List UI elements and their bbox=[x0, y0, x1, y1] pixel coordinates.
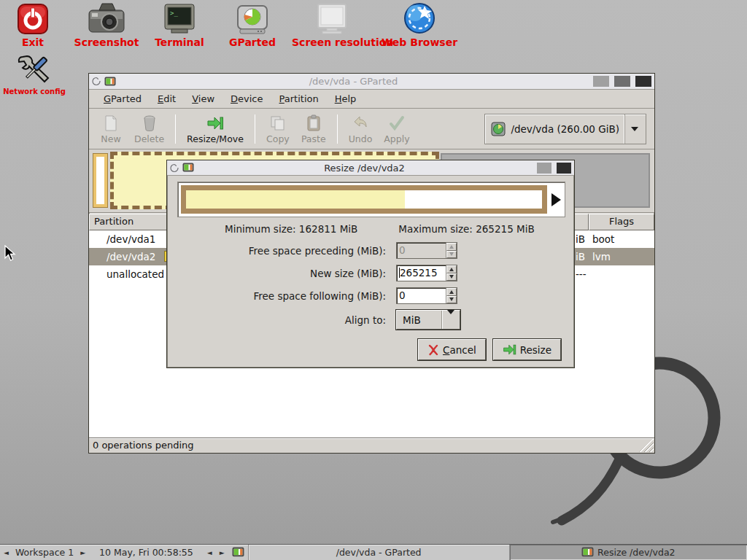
align-to-dropdown[interactable]: MiB bbox=[396, 310, 460, 330]
menu-view[interactable]: View bbox=[185, 91, 222, 106]
desktop-icon-label: Exit bbox=[0, 36, 73, 48]
slider-inner-track bbox=[186, 190, 542, 209]
workspace-next-arrow[interactable]: ► bbox=[77, 549, 89, 556]
slider-partition-bar[interactable] bbox=[181, 185, 547, 214]
svg-text:>_: >_ bbox=[170, 9, 178, 17]
workspace-label: Workspace 1 bbox=[12, 547, 77, 558]
slider-right-handle[interactable] bbox=[551, 193, 561, 206]
gparted-app-icon bbox=[104, 77, 116, 87]
dialog-titlebar[interactable]: Resize /dev/vda2 bbox=[167, 160, 574, 176]
desktop-icon-network-config[interactable]: Network config bbox=[0, 52, 74, 96]
desktop-icon-label: Network config bbox=[0, 88, 74, 96]
free-space-preceding-field[interactable]: 0 bbox=[396, 242, 457, 259]
copy-icon bbox=[269, 114, 287, 132]
maximize-button[interactable] bbox=[614, 76, 630, 87]
gparted-task-icon bbox=[581, 547, 594, 558]
spin-up-button[interactable] bbox=[446, 288, 457, 296]
menu-gparted[interactable]: GParted bbox=[96, 91, 149, 106]
minimum-size-label: Minimum size: 162811 MiB bbox=[225, 223, 357, 235]
gparted-tray-icon[interactable] bbox=[232, 547, 244, 558]
device-selector-value: /dev/vda (260.00 GiB) bbox=[511, 123, 619, 135]
desktop-icon-label: Web Browser bbox=[379, 36, 460, 48]
task-resize-dialog[interactable]: Resize /dev/vda2 bbox=[509, 545, 747, 560]
desktop-icon-label: Screen resolution bbox=[292, 36, 372, 48]
chevron-down-icon bbox=[442, 314, 460, 325]
new-partition-button[interactable]: New bbox=[93, 112, 128, 145]
camera-icon bbox=[88, 1, 125, 35]
tasklist-prev-arrow[interactable]: ◄ bbox=[204, 549, 216, 556]
dialog-close-button[interactable] bbox=[557, 163, 571, 174]
status-bar: 0 operations pending bbox=[89, 438, 654, 453]
menu-edit[interactable]: Edit bbox=[150, 91, 183, 106]
desktop-icon-gparted[interactable]: GParted bbox=[212, 4, 293, 48]
resize-slider[interactable] bbox=[177, 182, 565, 217]
undo-button[interactable]: Undo bbox=[343, 112, 379, 145]
tasklist-next-arrow[interactable]: ► bbox=[216, 549, 228, 556]
workspace-prev-arrow[interactable]: ◄ bbox=[0, 549, 12, 556]
resize-move-button[interactable]: Resize/Move bbox=[181, 112, 249, 145]
mouse-cursor bbox=[4, 245, 18, 262]
free-space-following-field[interactable]: 0 bbox=[396, 287, 457, 304]
dialog-title: Resize /dev/vda2 bbox=[197, 163, 532, 174]
window-resize-grip[interactable] bbox=[639, 438, 654, 452]
desktop: Exit Screenshot >_ Terminal bbox=[0, 0, 747, 560]
desktop-icon-screen-resolution[interactable]: Screen resolution bbox=[292, 3, 372, 48]
spin-down-button[interactable] bbox=[446, 273, 457, 281]
desktop-icon-label: Screenshot bbox=[66, 36, 147, 48]
task-gparted-main[interactable]: /dev/vda - GParted bbox=[248, 545, 509, 560]
slider-used-space bbox=[186, 190, 405, 209]
clock: 10 May, Fri 00:58:55 bbox=[89, 547, 204, 558]
toolbar-separator bbox=[175, 114, 176, 144]
desktop-icon-terminal[interactable]: >_ Terminal bbox=[139, 3, 220, 48]
menu-help[interactable]: Help bbox=[328, 91, 364, 106]
spin-up-button[interactable] bbox=[446, 265, 457, 273]
menu-device[interactable]: Device bbox=[223, 91, 270, 106]
tools-icon bbox=[17, 52, 52, 86]
dialog-shade-button[interactable] bbox=[537, 163, 551, 174]
toolbar: New Delete Resize/Move bbox=[89, 109, 654, 149]
main-titlebar[interactable]: /dev/vda - GParted bbox=[89, 74, 654, 90]
monitor-icon bbox=[314, 3, 350, 35]
apply-button[interactable]: Apply bbox=[378, 112, 415, 145]
terminal-icon: >_ bbox=[163, 3, 196, 35]
resize-form: Free space preceding (MiB): 0 New size (… bbox=[167, 242, 574, 335]
wm-swirl-icon bbox=[92, 77, 101, 86]
maximum-size-label: Maximum size: 265215 MiB bbox=[398, 223, 534, 235]
main-window-title: /dev/vda - GParted bbox=[119, 76, 588, 87]
resize-move-icon bbox=[206, 114, 224, 132]
align-to-label: Align to: bbox=[167, 314, 386, 326]
delete-partition-button[interactable]: Delete bbox=[128, 112, 170, 145]
trash-icon bbox=[142, 114, 157, 132]
copy-partition-button[interactable]: Copy bbox=[260, 112, 295, 145]
globe-icon bbox=[403, 1, 436, 35]
chevron-down-icon bbox=[631, 127, 638, 131]
desktop-icon-exit[interactable]: Exit bbox=[0, 3, 73, 48]
menu-partition[interactable]: Partition bbox=[272, 91, 326, 106]
cancel-x-icon bbox=[427, 344, 439, 356]
dialog-buttons: Cancel Resize bbox=[418, 339, 561, 360]
paste-partition-button[interactable]: Paste bbox=[295, 112, 332, 145]
spin-up-button[interactable] bbox=[446, 243, 457, 251]
column-header-flags[interactable]: Flags bbox=[589, 214, 654, 230]
desktop-icon-label: Terminal bbox=[139, 36, 220, 48]
minimize-button[interactable] bbox=[593, 76, 609, 87]
close-button[interactable] bbox=[635, 76, 651, 87]
gparted-disk-icon bbox=[236, 4, 269, 35]
resize-move-icon bbox=[503, 343, 516, 357]
desktop-icon-label: GParted bbox=[212, 36, 293, 48]
spin-down-button[interactable] bbox=[446, 251, 457, 259]
spin-down-button[interactable] bbox=[446, 296, 457, 304]
paste-icon bbox=[306, 114, 322, 132]
new-size-field[interactable]: 265215 bbox=[396, 265, 457, 281]
desktop-icon-web-browser[interactable]: Web Browser bbox=[379, 1, 460, 48]
undo-icon bbox=[352, 114, 369, 132]
device-selector[interactable]: /dev/vda (260.00 GiB) bbox=[484, 114, 646, 144]
partition-visual-vda1[interactable] bbox=[93, 154, 107, 207]
cancel-button[interactable]: Cancel bbox=[418, 339, 486, 360]
new-document-icon bbox=[103, 114, 119, 132]
free-space-preceding-label: Free space preceding (MiB): bbox=[167, 245, 386, 257]
device-selector-arrow[interactable] bbox=[624, 114, 644, 144]
resize-confirm-button[interactable]: Resize bbox=[493, 339, 561, 360]
desktop-icon-screenshot[interactable]: Screenshot bbox=[66, 1, 147, 48]
gparted-app-icon bbox=[182, 163, 194, 173]
